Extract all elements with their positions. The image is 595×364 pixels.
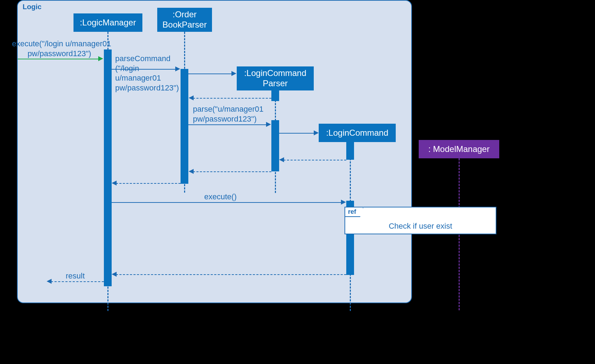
arrowhead-create-login-parser	[231, 71, 236, 76]
ref-box: ref Check if user exist	[344, 207, 496, 234]
arrowhead-execute-call	[341, 200, 346, 205]
lifeline-logic-manager: :LogicManager	[73, 13, 142, 32]
arrowhead-return-parse	[189, 169, 194, 174]
lifeline-label: :LoginCommand Parser	[244, 68, 306, 89]
arrow-parse	[188, 124, 267, 125]
arrow-return-parse-command	[116, 183, 181, 184]
activation-login-command-create	[346, 142, 354, 160]
lifeline-login-command: :LoginCommand	[319, 124, 396, 142]
msg-parse-command: parseCommand ("/login u/manager01 pw/pas…	[115, 54, 179, 93]
lifeline-label: :Order BookParser	[163, 10, 207, 30]
msg-result: result	[66, 271, 85, 281]
ref-tab: ref	[344, 207, 364, 217]
lifeline-model-manager: : ModelManager	[419, 140, 499, 158]
activation-logic-manager	[104, 49, 112, 286]
arrowhead-create-login-command	[314, 130, 319, 135]
arrowhead-parse-command	[175, 66, 180, 71]
lifeline-label: :LogicManager	[80, 18, 136, 28]
activation-login-command-parser-2	[271, 120, 279, 171]
lifeline-label: :LoginCommand	[326, 128, 388, 138]
lifeline-dash-model-manager	[459, 158, 460, 310]
arrow-return-execute	[116, 274, 346, 275]
lifeline-order-book-parser: :Order BookParser	[157, 8, 212, 32]
activation-order-book-parser	[181, 69, 188, 184]
arrow-create-login-command	[279, 133, 314, 134]
activation-login-command-parser-1	[271, 90, 279, 101]
arrowhead-execute-in	[98, 56, 103, 61]
arrow-create-login-parser	[188, 74, 232, 74]
arrowhead-result-out	[47, 279, 52, 284]
arrow-execute-call	[112, 202, 342, 203]
arrowhead-return-login-parser-create	[189, 95, 194, 100]
msg-parse: parse("u/manager01 pw/password123")	[193, 104, 264, 124]
arrowhead-return-execute	[112, 272, 117, 277]
arrowhead-return-login-command-create	[279, 157, 284, 162]
arrow-result-out	[51, 281, 104, 282]
frame-label: Logic	[23, 3, 41, 11]
arrow-parse-command	[112, 69, 176, 70]
arrow-execute-in	[18, 59, 99, 59]
arrow-return-parse	[193, 171, 271, 172]
arrow-return-login-parser-create	[193, 98, 271, 99]
msg-execute-in: execute("/login u/manager01 pw/password1…	[12, 39, 107, 58]
arrowhead-parse	[266, 122, 271, 127]
arrowhead-return-parse-command	[112, 181, 117, 186]
lifeline-label: : ModelManager	[428, 144, 489, 154]
ref-text: Check if user exist	[345, 222, 496, 231]
msg-execute-call: execute()	[204, 192, 237, 202]
lifeline-login-command-parser: :LoginCommand Parser	[237, 66, 314, 90]
arrow-return-login-command-create	[283, 160, 346, 160]
